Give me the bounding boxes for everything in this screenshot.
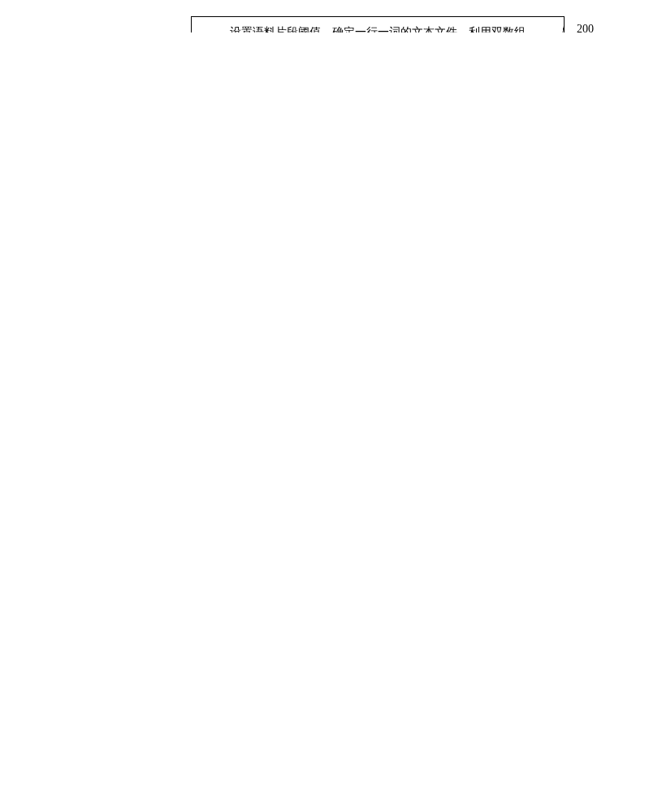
step-200-box: 设置语料片段阈值，确定一行一词的文本文件，利用双数组 Trie树加载所述文本文件… bbox=[191, 16, 565, 32]
step-200-connector bbox=[560, 25, 572, 32]
step-200-number: 200 bbox=[577, 23, 594, 32]
